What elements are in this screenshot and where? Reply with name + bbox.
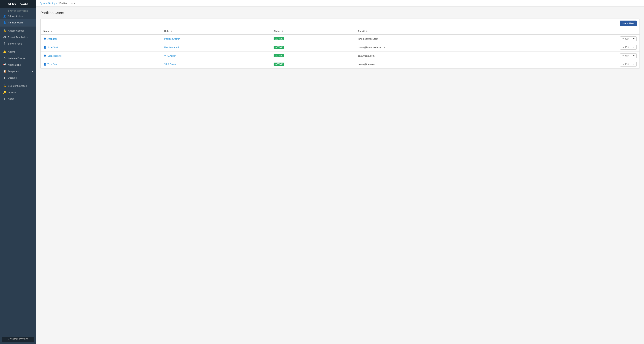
- users-table: Name ▲Role ⇅Status ⇅E-mail ⇅ 👤Jhon DoePa…: [40, 28, 640, 68]
- sidebar-item-license[interactable]: 🔑License: [0, 89, 36, 96]
- edit-button[interactable]: ✏ Edit: [620, 45, 632, 50]
- user-name-cell: 👤Jhon Doe: [40, 34, 162, 43]
- user-name-link[interactable]: Tom Doe: [48, 63, 57, 66]
- user-name-cell: 👤Tom Doe: [40, 60, 162, 68]
- partition-users-icon: 👤: [3, 21, 6, 24]
- user-role-link[interactable]: Partition Admin: [164, 38, 180, 40]
- user-name-link[interactable]: Jhon Doe: [48, 38, 58, 40]
- sidebar-item-service-pools[interactable]: 🗄Service Pools: [0, 40, 36, 47]
- caret-down-icon: ▼: [633, 38, 635, 40]
- user-role-link[interactable]: Partition Admin: [164, 46, 180, 49]
- sidebar-item-partition-users[interactable]: 👤Partition Users: [0, 19, 36, 26]
- users-table-wrapper: + Add User Name ▲Role ⇅Status ⇅E-mail ⇅ …: [40, 18, 640, 69]
- user-actions-cell: ✏ Edit ▼: [527, 60, 640, 68]
- status-badge: ACTIVE: [274, 54, 284, 57]
- service-pools-icon: 🗄: [3, 42, 6, 45]
- breadcrumb-parent-link[interactable]: System Settings: [40, 2, 57, 4]
- edit-button[interactable]: ✏ Edit: [620, 62, 632, 66]
- table-head: Name ▲Role ⇅Status ⇅E-mail ⇅: [40, 28, 640, 34]
- sidebar-item-label: Role & Permissions: [8, 36, 28, 38]
- sidebar-section-label: SYSTEM SETTINGS: [0, 8, 36, 13]
- edit-dropdown-button[interactable]: ▼: [632, 62, 636, 66]
- breadcrumb: System Settings / Partition Users: [36, 0, 644, 6]
- sidebar-item-alarms[interactable]: 🔔Alarms: [0, 48, 36, 55]
- user-email: john.doe@test.com: [358, 38, 378, 40]
- breadcrumb-current: Partition Users: [60, 2, 75, 4]
- edit-dropdown-button[interactable]: ▼: [632, 45, 636, 50]
- sort-icon: ⇅: [282, 30, 283, 32]
- sort-asc-icon: ▲: [51, 30, 52, 32]
- sidebar-item-label: About: [8, 98, 14, 100]
- sidebar-item-instance-flavors[interactable]: ⚙Instance Flavors: [0, 55, 36, 62]
- user-status-cell: ACTIVE: [271, 52, 355, 60]
- user-icon: 👤: [44, 63, 46, 66]
- role-permissions-icon: 🏷: [3, 36, 6, 38]
- sidebar-item-notifications[interactable]: 📢Notifications: [0, 62, 36, 68]
- user-email: dome@toe.com: [358, 63, 374, 66]
- edit-button[interactable]: ✏ Edit: [620, 53, 632, 58]
- user-actions-cell: ✏ Edit ▼: [527, 43, 640, 52]
- col-email[interactable]: E-mail ⇅: [355, 28, 527, 34]
- license-icon: 🔑: [3, 91, 6, 94]
- user-name-cell: 👤Sara Hopkins: [40, 52, 162, 60]
- add-user-button[interactable]: + Add User: [620, 20, 636, 26]
- edit-button[interactable]: ✏ Edit: [620, 36, 632, 41]
- alarms-icon: 🔔: [3, 50, 6, 53]
- user-name-link[interactable]: Sara Hopkins: [48, 54, 62, 57]
- sidebar-item-templates[interactable]: 📋Templates▶: [0, 68, 36, 74]
- access-control-icon: 🔒: [3, 29, 6, 32]
- user-role-cell: VPS Admin: [162, 52, 271, 60]
- sidebar-item-label: SSL Configuration: [8, 84, 27, 87]
- user-status-cell: ACTIVE: [271, 60, 355, 68]
- user-email: damir@bicomsystems.com: [358, 46, 386, 49]
- sidebar-item-access-control[interactable]: 🔒Access Control: [0, 28, 36, 34]
- col-name[interactable]: Name ▲: [40, 28, 162, 34]
- ssl-configuration-icon: 🔒: [3, 84, 6, 87]
- caret-down-icon: ▼: [633, 63, 635, 66]
- user-status-cell: ACTIVE: [271, 43, 355, 52]
- sidebar-item-label: Access Control: [8, 30, 24, 32]
- edit-pencil-icon: ✏: [622, 46, 624, 48]
- main-content: System Settings / Partition Users Partit…: [36, 0, 644, 344]
- user-role-link[interactable]: VPS Owner: [164, 63, 176, 66]
- sidebar-item-role-permissions[interactable]: 🏷Role & Permissions: [0, 34, 36, 40]
- table-row: 👤Jhon DoePartition AdminACTIVEjohn.doe@t…: [40, 34, 640, 43]
- table-row: 👤Sara HopkinsVPS AdminACTIVEsara@sara.co…: [40, 52, 640, 60]
- status-badge: ACTIVE: [274, 62, 284, 66]
- status-badge: ACTIVE: [274, 46, 284, 49]
- table-row: 👤John SmithPartition AdminACTIVEdamir@bi…: [40, 43, 640, 52]
- user-name-link[interactable]: John Smith: [48, 46, 59, 49]
- user-role-cell: Partition Admin: [162, 34, 271, 43]
- sidebar-footer: ✕ SYSTEM SETTINGS: [0, 334, 36, 344]
- user-email-cell: dome@toe.com: [355, 60, 527, 68]
- sidebar-item-administrators[interactable]: 👤Administrators: [0, 13, 36, 19]
- templates-icon: 📋: [3, 70, 6, 73]
- user-status-cell: ACTIVE: [271, 34, 355, 43]
- sidebar-item-ssl-configuration[interactable]: 🔒SSL Configuration: [0, 82, 36, 89]
- user-role-link[interactable]: VPS Admin: [164, 54, 176, 57]
- sidebar-brand: SERVERware: [0, 0, 36, 8]
- notifications-icon: 📢: [3, 63, 6, 66]
- status-badge: ACTIVE: [274, 37, 284, 40]
- sidebar-item-updates[interactable]: ⬆Updates: [0, 74, 36, 81]
- sidebar-item-label: Administrators: [8, 15, 23, 18]
- user-email: sara@sara.com: [358, 54, 374, 57]
- sidebar-item-label: Alarms: [8, 50, 15, 53]
- page-content: Partition Users + Add User Name ▲Role ⇅S…: [36, 6, 644, 344]
- edit-pencil-icon: ✏: [622, 63, 624, 66]
- edit-dropdown-button[interactable]: ▼: [632, 36, 636, 41]
- user-actions-cell: ✏ Edit ▼: [527, 34, 640, 43]
- about-icon: ℹ: [3, 97, 6, 100]
- templates-chevron-icon: ▶: [32, 70, 33, 72]
- system-settings-footer-button[interactable]: ✕ SYSTEM SETTINGS: [2, 336, 34, 342]
- user-name-cell: 👤John Smith: [40, 43, 162, 52]
- sidebar-item-about[interactable]: ℹAbout: [0, 96, 36, 102]
- col-status[interactable]: Status ⇅: [271, 28, 355, 34]
- table-row: 👤Tom DoeVPS OwnerACTIVEdome@toe.com ✏ Ed…: [40, 60, 640, 68]
- user-role-cell: Partition Admin: [162, 43, 271, 52]
- user-email-cell: sara@sara.com: [355, 52, 527, 60]
- breadcrumb-separator: /: [58, 2, 58, 4]
- col-role[interactable]: Role ⇅: [162, 28, 271, 34]
- edit-dropdown-button[interactable]: ▼: [632, 53, 636, 58]
- sidebar-item-label: Notifications: [8, 64, 21, 66]
